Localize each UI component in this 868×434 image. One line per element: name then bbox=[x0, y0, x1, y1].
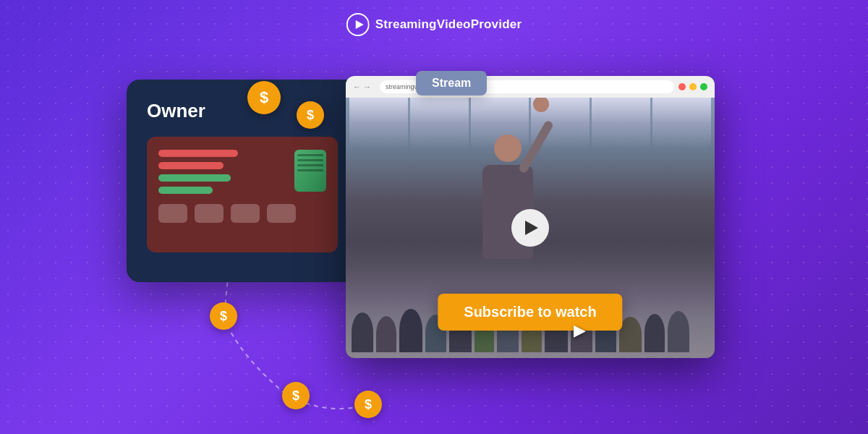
stream-badge: Stream bbox=[416, 71, 487, 95]
mouse-cursor: ▶ bbox=[574, 321, 586, 340]
ceiling-light-2 bbox=[410, 98, 469, 148]
window-close-btn bbox=[678, 83, 686, 90]
card-dot-1 bbox=[158, 204, 187, 223]
brand-logo-icon bbox=[346, 13, 370, 36]
card-dot-4 bbox=[267, 204, 296, 223]
brand-name: StreamingVideoProvider bbox=[375, 17, 522, 32]
browser-nav-arrows: ← → bbox=[353, 82, 371, 91]
play-triangle-icon bbox=[525, 221, 538, 235]
card-chip bbox=[294, 150, 326, 192]
stream-panel: ← → streamingvideoprovider.com bbox=[346, 76, 715, 358]
video-area: Subscribe to watch ▶ bbox=[346, 98, 715, 358]
browser-window-controls bbox=[678, 83, 707, 90]
credit-card-illustration bbox=[147, 137, 338, 252]
browser-bar: ← → streamingvideoprovider.com bbox=[346, 76, 715, 98]
card-line-red-1 bbox=[158, 150, 238, 157]
ceiling-light-1 bbox=[349, 98, 408, 148]
subscribe-button[interactable]: Subscribe to watch bbox=[438, 294, 622, 331]
dollar-badge-5: $ bbox=[354, 391, 382, 418]
window-maximize-btn bbox=[700, 83, 707, 90]
card-line-green-2 bbox=[158, 187, 213, 194]
ceiling-light-5 bbox=[592, 98, 650, 148]
dollar-badge-3: $ bbox=[210, 302, 237, 330]
card-dot-3 bbox=[231, 204, 260, 223]
card-line-red-2 bbox=[158, 162, 224, 169]
dollar-badge-2: $ bbox=[297, 101, 324, 129]
ceiling-lights bbox=[346, 98, 715, 148]
header: StreamingVideoProvider bbox=[346, 13, 522, 36]
ceiling-light-6 bbox=[652, 98, 711, 148]
card-dot-2 bbox=[195, 204, 224, 223]
svg-marker-1 bbox=[356, 20, 364, 29]
play-button[interactable] bbox=[511, 209, 549, 247]
dollar-badge-1: $ bbox=[247, 81, 281, 114]
card-line-green-1 bbox=[158, 174, 231, 182]
dollar-badge-4: $ bbox=[282, 382, 310, 409]
window-minimize-btn bbox=[689, 83, 697, 90]
card-number-dots bbox=[158, 204, 326, 223]
